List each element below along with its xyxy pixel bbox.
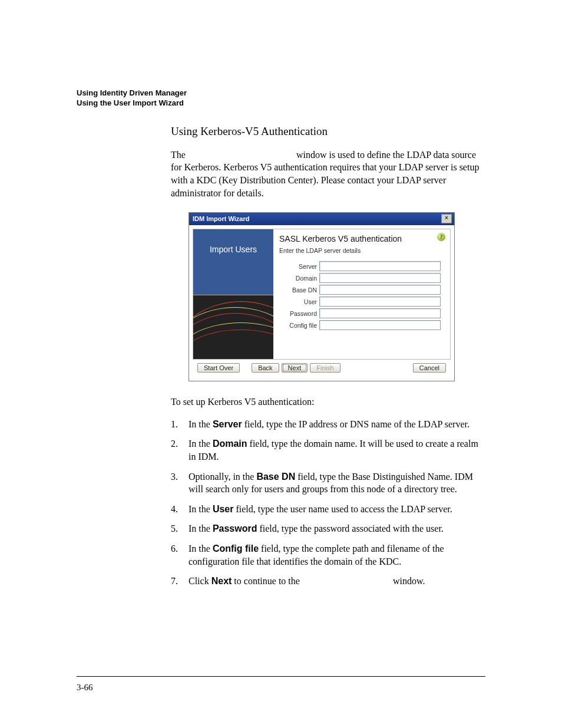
user-input[interactable]	[319, 297, 441, 307]
intro-paragraph: The window is used to define the LDAP da…	[171, 149, 485, 199]
wizard-decorative-image	[193, 295, 273, 359]
domain-input[interactable]	[319, 273, 441, 283]
step-4: In the User field, type the user name us…	[171, 503, 485, 516]
idm-import-wizard-window: IDM Import Wizard × Import Users	[189, 212, 455, 381]
wizard-step-subtitle: Enter the LDAP server details	[279, 247, 444, 254]
step-3: Optionally, in the Base DN field, type t…	[171, 470, 485, 496]
steps-list: In the Server field, type the IP address…	[171, 418, 485, 588]
server-input[interactable]	[319, 261, 441, 271]
basedn-label: Base DN	[279, 286, 317, 294]
close-icon[interactable]: ×	[441, 214, 452, 223]
start-over-button[interactable]: Start Over	[197, 363, 240, 373]
header-line-2: Using the User Import Wizard	[77, 98, 485, 108]
finish-button: Finish	[310, 363, 340, 373]
config-input[interactable]	[319, 320, 441, 330]
config-label: Config file	[279, 322, 317, 329]
wizard-button-row: Start Over Back Next Finish Cancel	[193, 360, 451, 377]
intro-prefix: The	[171, 150, 188, 160]
page-number: 3-66	[77, 683, 93, 692]
wizard-step-title: SASL Kerberos V5 authentication	[279, 234, 444, 243]
back-button[interactable]: Back	[252, 363, 279, 373]
wizard-titlebar: IDM Import Wizard ×	[189, 213, 454, 225]
step-1: In the Server field, type the IP address…	[171, 418, 485, 431]
basedn-input[interactable]	[319, 285, 441, 295]
step-6: In the Config file field, type the compl…	[171, 542, 485, 568]
intro-suffix: window is used to define the LDAP data s…	[171, 150, 479, 198]
section-title: Using Kerberos-V5 Authentication	[171, 125, 485, 138]
wizard-right-pane: ? SASL Kerberos V5 authentication Enter …	[273, 229, 450, 359]
next-button[interactable]: Next	[282, 363, 308, 373]
domain-label: Domain	[279, 275, 317, 282]
step-7: Click Next to continue to the window.	[171, 575, 485, 588]
wizard-left-pane: Import Users	[193, 229, 273, 359]
user-label: User	[279, 298, 317, 305]
page-footer: 3-66	[77, 676, 485, 693]
header-line-1: Using Identity Driven Manager	[77, 88, 485, 98]
cancel-button[interactable]: Cancel	[413, 363, 446, 373]
wizard-title: IDM Import Wizard	[193, 215, 249, 222]
setup-intro: To set up Kerberos V5 authentication:	[171, 396, 485, 409]
password-label: Password	[279, 310, 317, 317]
step-5: In the Password field, type the password…	[171, 522, 485, 535]
step-2: In the Domain field, type the domain nam…	[171, 437, 485, 463]
password-input[interactable]	[319, 308, 441, 318]
server-label: Server	[279, 263, 317, 270]
wizard-figure: IDM Import Wizard × Import Users	[189, 212, 485, 381]
wizard-left-title: Import Users	[210, 245, 257, 254]
page-header: Using Identity Driven Manager Using the …	[77, 88, 485, 108]
